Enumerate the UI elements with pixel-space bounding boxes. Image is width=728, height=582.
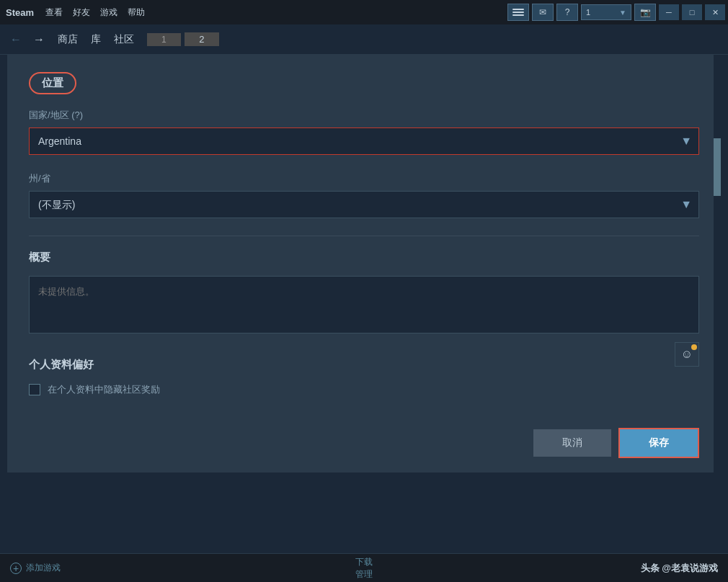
svg-rect-0 [512, 9, 524, 10]
province-label: 州/省 [29, 172, 699, 185]
user-dropdown[interactable]: 1 ▼ [581, 4, 631, 20]
user-dropdown-value: 1 [586, 8, 590, 17]
screenshot-icon-btn[interactable]: 📷 [634, 4, 656, 21]
location-section-header: 位置 [29, 72, 699, 94]
controller-icon-btn[interactable] [507, 4, 529, 21]
preferences-section: 个人资料偏好 在个人资料中隐藏社区奖励 [29, 358, 699, 396]
username-suffix: 2 [185, 32, 218, 46]
manage-label: 管理 [355, 568, 373, 581]
emoji-icon: ☺ [681, 348, 693, 361]
action-buttons: 取消 保存 [533, 428, 699, 458]
add-game-label: 添加游戏 [26, 562, 61, 574]
preferences-title: 个人资料偏好 [29, 358, 699, 372]
nav-library[interactable]: 库 [91, 33, 101, 46]
bottom-bar: + 添加游戏 下载 管理 头条 @老袁说游戏 [0, 553, 728, 582]
hide-rewards-checkbox[interactable] [29, 384, 40, 395]
summary-title: 概要 [29, 251, 699, 264]
province-select-wrapper: (不显示) ▼ [29, 191, 699, 218]
add-game-plus-icon: + [10, 563, 22, 574]
svg-rect-2 [512, 14, 524, 16]
country-select-wrapper: Argentina ▼ [29, 127, 699, 155]
summary-section: 概要 ☺ [29, 251, 699, 336]
title-menu: 查看 好友 游戏 帮助 [45, 6, 145, 19]
country-label: 国家/地区 (?) [29, 109, 699, 122]
title-bar: Steam 查看 好友 游戏 帮助 ✉ ? 1 ▼ [0, 0, 728, 24]
title-bar-left: Steam 查看 好友 游戏 帮助 [6, 6, 145, 19]
nav-username-area: 1 2 [147, 34, 219, 45]
scrollbar-track[interactable] [714, 55, 721, 473]
emoji-notification-dot [691, 344, 697, 350]
scrollbar-thumb[interactable] [714, 138, 721, 196]
menu-games[interactable]: 游戏 [100, 6, 117, 19]
envelope-icon-btn[interactable]: ✉ [532, 4, 554, 21]
hide-rewards-label: 在个人资料中隐藏社区奖励 [48, 383, 160, 396]
app-window: Steam 查看 好友 游戏 帮助 ✉ ? 1 ▼ [0, 0, 728, 582]
nav-community[interactable]: 社区 [114, 33, 134, 46]
menu-view[interactable]: 查看 [45, 6, 63, 19]
summary-textarea[interactable] [29, 276, 699, 333]
province-select[interactable]: (不显示) [29, 191, 699, 218]
country-select[interactable]: Argentina [29, 127, 699, 155]
hide-rewards-row: 在个人资料中隐藏社区奖励 [29, 383, 699, 396]
cancel-button[interactable]: 取消 [533, 429, 611, 457]
back-arrow[interactable]: ← [7, 30, 25, 49]
nav-links: 商店 库 社区 [58, 33, 134, 46]
menu-help[interactable]: 帮助 [128, 6, 145, 19]
app-name: Steam [6, 7, 34, 18]
menu-friends[interactable]: 好友 [73, 6, 90, 19]
minimize-button[interactable]: ─ [659, 4, 679, 20]
username-blocked: 1 [147, 33, 181, 46]
watermark: 头条 @老袁说游戏 [641, 562, 718, 575]
close-button[interactable]: ✕ [705, 4, 725, 20]
location-title: 位置 [29, 72, 76, 94]
question-icon-btn[interactable]: ? [556, 4, 578, 21]
country-section: 国家/地区 (?) Argentina ▼ [29, 109, 699, 155]
divider-1 [29, 236, 699, 236]
nav-store[interactable]: 商店 [58, 33, 78, 46]
content-area: 位置 国家/地区 (?) Argentina ▼ 州/省 (不显示) ▼ [7, 55, 721, 473]
province-section: 州/省 (不显示) ▼ [29, 172, 699, 218]
forward-arrow[interactable]: → [30, 30, 48, 49]
download-center[interactable]: 下载 管理 [355, 556, 373, 581]
save-button[interactable]: 保存 [618, 428, 699, 458]
add-game-button[interactable]: + 添加游戏 [10, 562, 61, 574]
nav-bar: ← → 商店 库 社区 1 2 [0, 24, 728, 55]
emoji-button[interactable]: ☺ [675, 342, 699, 367]
svg-rect-1 [512, 12, 524, 13]
title-bar-controls: ✉ ? 1 ▼ 📷 ─ □ ✕ [507, 0, 728, 24]
maximize-button[interactable]: □ [682, 4, 702, 20]
download-label: 下载 [355, 556, 373, 568]
